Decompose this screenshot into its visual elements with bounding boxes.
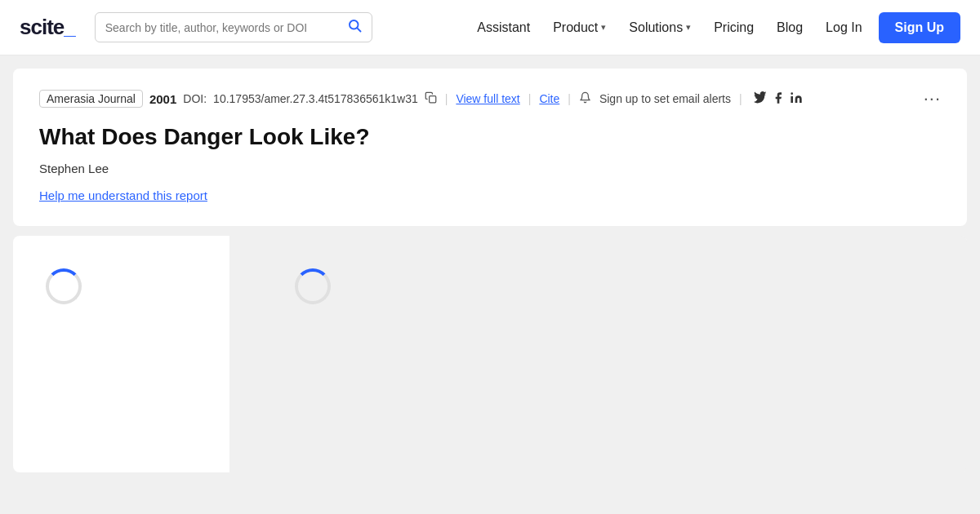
site-logo[interactable]: scite_ [20,15,75,40]
nav-product[interactable]: Product ▾ [543,14,616,42]
article-meta: Amerasia Journal 2001 DOI: 10.17953/amer… [39,88,941,109]
product-chevron-icon: ▾ [601,22,606,33]
twitter-icon[interactable] [754,91,767,107]
nav-assistant[interactable]: Assistant [467,14,540,42]
article-title: What Does Danger Look Like? [39,122,941,152]
bell-icon[interactable] [579,91,591,106]
doi-label: DOI: [183,92,207,105]
loading-panel-left [13,236,229,472]
solutions-chevron-icon: ▾ [686,22,691,33]
more-options-button[interactable]: ··· [924,88,941,109]
facebook-icon[interactable] [772,91,785,107]
pipe-2: | [528,92,532,105]
nav-solutions[interactable]: Solutions ▾ [619,14,701,42]
article-card: Amerasia Journal 2001 DOI: 10.17953/amer… [13,69,967,226]
svg-line-1 [357,28,360,31]
nav-signup-button[interactable]: Sign Up [879,12,960,43]
cite-link[interactable]: Cite [539,92,559,105]
navbar: scite_ Assistant Product ▾ Solutions ▾ P… [0,0,980,55]
content-wrapper: Amerasia Journal 2001 DOI: 10.17953/amer… [0,55,980,485]
nav-login[interactable]: Log In [816,14,871,42]
article-author: Stephen Lee [39,162,941,175]
loading-section [13,236,967,472]
nav-links: Assistant Product ▾ Solutions ▾ Pricing … [467,12,960,43]
spinner-right [295,268,331,304]
svg-rect-2 [429,96,435,103]
journal-badge: Amerasia Journal [39,90,143,108]
help-link[interactable]: Help me understand this report [39,188,207,202]
pipe-3: | [568,92,571,105]
nav-pricing[interactable]: Pricing [704,14,764,42]
copy-icon[interactable] [425,91,437,106]
svg-point-3 [791,92,793,95]
search-input[interactable] [105,21,342,34]
pipe-1: | [445,92,448,105]
loading-panel-right [229,236,967,472]
search-bar [95,12,372,42]
linkedin-icon[interactable] [790,91,803,107]
social-icons [754,91,803,107]
spinner-left [46,268,82,304]
pipe-4: | [739,92,742,105]
article-year: 2001 [149,92,176,106]
doi-value: 10.17953/amer.27.3.4t517836561k1w31 [213,92,418,105]
search-icon[interactable] [347,18,362,37]
nav-blog[interactable]: Blog [767,14,813,42]
alert-text: Sign up to set email alerts [599,92,731,105]
view-full-text-link[interactable]: View full text [456,92,519,105]
